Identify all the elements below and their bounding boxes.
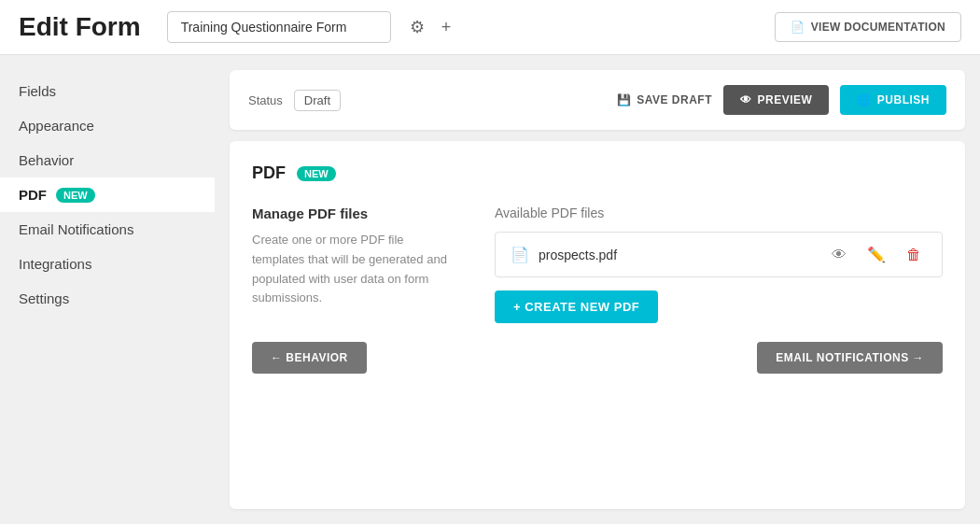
pdf-section-title: PDF xyxy=(252,163,286,183)
body: Fields Appearance Behavior PDF New Email… xyxy=(0,55,980,524)
edit-pdf-button[interactable]: ✏️ xyxy=(861,244,891,265)
preview-icon: 👁 xyxy=(740,93,752,106)
pdf-card-header: PDF New xyxy=(252,163,943,183)
available-col: Available PDF files 📄 prospects.pdf 👁 ✏️… xyxy=(495,205,943,323)
form-name-input[interactable] xyxy=(167,11,391,43)
nav-footer: ← BEHAVIOR EMAIL NOTIFICATIONS → xyxy=(252,342,943,374)
delete-pdf-button[interactable]: 🗑 xyxy=(901,245,927,265)
pdf-file-name: prospects.pdf xyxy=(539,248,817,262)
save-draft-button[interactable]: 💾 SAVE DRAFT xyxy=(617,93,712,106)
save-draft-icon: 💾 xyxy=(617,93,632,106)
publish-icon: 🌐 xyxy=(857,93,872,106)
manage-col: Manage PDF files Create one or more PDF … xyxy=(252,205,457,323)
sidebar-item-fields[interactable]: Fields xyxy=(0,74,215,108)
sidebar-item-appearance[interactable]: Appearance xyxy=(0,108,215,143)
status-label: Status xyxy=(248,93,283,107)
header: Edit Form ⚙ + 📄 VIEW DOCUMENTATION xyxy=(0,0,980,55)
pdf-file-row: 📄 prospects.pdf 👁 ✏️ 🗑 xyxy=(495,232,943,277)
sidebar-item-pdf[interactable]: PDF New xyxy=(0,177,215,212)
available-pdf-title: Available PDF files xyxy=(495,205,943,220)
view-pdf-button[interactable]: 👁 xyxy=(826,245,852,265)
next-email-notifications-button[interactable]: EMAIL NOTIFICATIONS → xyxy=(757,342,943,374)
preview-button[interactable]: 👁 PREVIEW xyxy=(723,85,829,115)
manage-pdf-title: Manage PDF files xyxy=(252,205,457,221)
status-badge: Draft xyxy=(294,90,341,111)
main-content: Status Draft 💾 SAVE DRAFT 👁 PREVIEW 🌐 PU… xyxy=(215,55,980,524)
sidebar: Fields Appearance Behavior PDF New Email… xyxy=(0,55,215,524)
plus-icon[interactable]: + xyxy=(438,14,455,41)
pdf-columns: Manage PDF files Create one or more PDF … xyxy=(252,205,943,323)
sidebar-item-behavior[interactable]: Behavior xyxy=(0,143,215,177)
back-behavior-button[interactable]: ← BEHAVIOR xyxy=(252,342,367,374)
status-bar: Status Draft 💾 SAVE DRAFT 👁 PREVIEW 🌐 PU… xyxy=(230,70,965,130)
sidebar-item-email-notifications[interactable]: Email Notifications xyxy=(0,212,215,247)
pdf-card: PDF New Manage PDF files Create one or m… xyxy=(230,141,965,509)
pdf-new-badge: New xyxy=(297,166,336,181)
sidebar-item-integrations[interactable]: Integrations xyxy=(0,247,215,281)
create-new-pdf-button[interactable]: + CREATE NEW PDF xyxy=(495,290,658,323)
page-title: Edit Form xyxy=(19,12,141,42)
new-badge: New xyxy=(56,188,95,203)
manage-pdf-desc: Create one or more PDF file templates th… xyxy=(252,231,457,308)
publish-button[interactable]: 🌐 PUBLISH xyxy=(840,85,946,115)
gear-icon[interactable]: ⚙ xyxy=(406,13,428,41)
sidebar-item-settings[interactable]: Settings xyxy=(0,281,215,316)
docs-icon: 📄 xyxy=(791,21,805,34)
view-documentation-button[interactable]: 📄 VIEW DOCUMENTATION xyxy=(775,12,961,42)
header-icons: ⚙ + xyxy=(406,13,455,41)
pdf-file-icon: 📄 xyxy=(511,246,529,263)
